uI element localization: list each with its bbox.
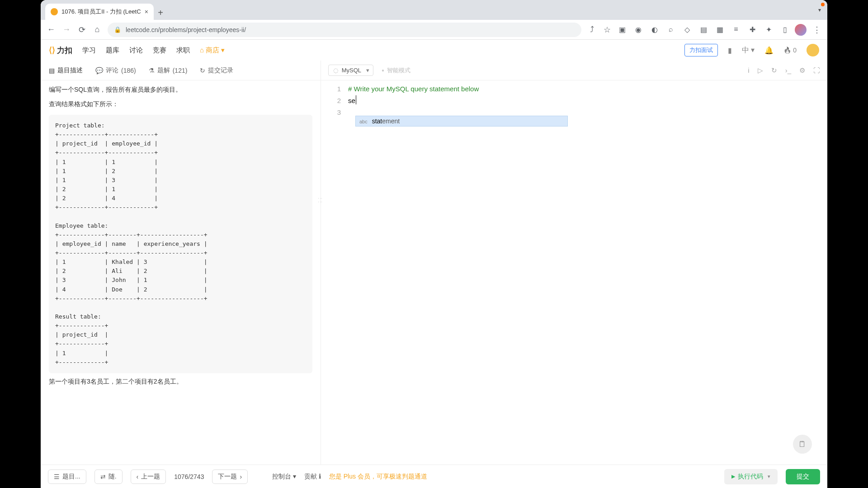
- forward-icon: →: [61, 25, 71, 34]
- database-icon: ◌: [333, 67, 338, 74]
- side-panel-icon[interactable]: ▯: [780, 25, 789, 34]
- pane-splitter[interactable]: ⋮⋮: [318, 196, 323, 203]
- extensions-menu-icon[interactable]: ✦: [764, 25, 773, 34]
- solutions-icon: ⚗: [149, 67, 155, 74]
- example-explanation: 第一个项目有3名员工，第二个项目有2名员工。: [49, 378, 312, 386]
- lock-icon: 🔒: [114, 26, 121, 33]
- info-icon[interactable]: i: [748, 66, 749, 74]
- problem-tabs: ▤ 题目描述 💬 评论 (186) ⚗ 题解 (121) ↻ 提交记录: [41, 61, 321, 80]
- extension-icon[interactable]: ▣: [618, 25, 627, 34]
- description-icon: ▤: [49, 67, 55, 74]
- extension-icon[interactable]: ⌕: [666, 25, 675, 34]
- extension-icon[interactable]: ◐: [650, 25, 659, 34]
- bottom-bar: ☰ 题目... ⇄ 随. ‹ 上一题 1076/2743 下一题 › 控制台 ▾…: [41, 465, 827, 488]
- smart-mode-toggle[interactable]: 智能模式: [382, 66, 410, 75]
- example-tables: Project table: +-------------+----------…: [49, 115, 312, 373]
- plus-message: 您是 Plus 会员，可享极速判题通道: [329, 473, 427, 481]
- note-icon: 🗒: [798, 440, 807, 449]
- line-gutter: 123: [321, 83, 346, 118]
- submit-button[interactable]: 提交: [786, 469, 820, 484]
- extensions-tray: ▣ ◉ ◐ ⌕ ◇ ▤ ▦ ≡ ✚ ✦ ▯: [618, 25, 789, 34]
- extension-icon[interactable]: ≡: [731, 25, 741, 34]
- recording-indicator: [821, 3, 825, 6]
- suggestion-kind: abc: [359, 119, 368, 124]
- tab-comments[interactable]: 💬 评论 (186): [95, 66, 136, 75]
- suggestion-match: stat: [372, 117, 382, 125]
- tabs-dropdown-icon[interactable]: ▾: [818, 7, 821, 13]
- tab-description[interactable]: ▤ 题目描述: [49, 66, 83, 75]
- terminal-icon[interactable]: ›_: [785, 66, 791, 74]
- contribute-link[interactable]: 贡献 ℹ: [304, 473, 321, 481]
- user-avatar[interactable]: [807, 44, 819, 56]
- list-icon: ☰: [54, 473, 60, 480]
- browser-tab[interactable]: 1076. 项目员工II - 力扣 (LeetC ×: [45, 4, 154, 20]
- code-editor[interactable]: 123 # Write your MySQL query statement b…: [321, 80, 827, 488]
- site-header: ⟨⟩ 力扣 学习 题库 讨论 竞赛 求职 商店 ▾ 力扣面试 ▮ 中 ▾ 🔔 0: [41, 40, 827, 61]
- nav-contest[interactable]: 竞赛: [153, 46, 166, 55]
- share-icon[interactable]: ⤴: [587, 25, 597, 34]
- url-bar[interactable]: 🔒 leetcode.cn/problems/project-employees…: [108, 23, 581, 37]
- streak-counter[interactable]: 0: [783, 47, 797, 54]
- bookmark-icon[interactable]: ☆: [602, 25, 612, 35]
- problem-list-button[interactable]: ☰ 题目...: [48, 469, 86, 484]
- run-icon[interactable]: ▷: [758, 66, 763, 75]
- chevron-right-icon: ›: [240, 473, 242, 480]
- next-button[interactable]: 下一题 ›: [212, 469, 248, 484]
- mobile-icon[interactable]: ▮: [728, 46, 732, 55]
- nav-learn[interactable]: 学习: [82, 46, 96, 55]
- profile-avatar[interactable]: [795, 24, 807, 36]
- nav-jobs[interactable]: 求职: [176, 46, 190, 55]
- suggestion-rest: ement: [382, 117, 400, 125]
- settings-icon[interactable]: ⚙: [799, 66, 805, 75]
- nav-discuss[interactable]: 讨论: [129, 46, 143, 55]
- reset-icon[interactable]: ↻: [771, 66, 777, 75]
- tab-solutions[interactable]: ⚗ 题解 (121): [149, 66, 188, 75]
- history-icon: ↻: [200, 67, 205, 74]
- new-tab-button[interactable]: +: [154, 8, 167, 20]
- language-switch[interactable]: 中 ▾: [742, 46, 755, 55]
- nav-problems[interactable]: 题库: [106, 46, 119, 55]
- url-text: leetcode.cn/problems/project-employees-i…: [126, 26, 246, 33]
- fullscreen-icon[interactable]: ⛶: [813, 66, 820, 74]
- run-code-button[interactable]: 执行代码: [724, 469, 778, 484]
- site-logo[interactable]: ⟨⟩ 力扣: [49, 45, 72, 56]
- logo-icon: ⟨⟩: [49, 45, 55, 55]
- back-icon[interactable]: ←: [46, 25, 56, 34]
- format-hint: 查询结果格式如下所示：: [49, 100, 312, 108]
- favicon-icon: [51, 8, 58, 15]
- code-line-3: se: [348, 95, 479, 107]
- tab-title: 1076. 项目员工II - 力扣 (LeetC: [61, 8, 141, 16]
- close-tab-icon[interactable]: ×: [145, 8, 148, 15]
- random-button[interactable]: ⇄ 随.: [94, 469, 123, 484]
- extension-icon[interactable]: ▦: [715, 25, 724, 34]
- interview-button[interactable]: 力扣面试: [684, 44, 718, 56]
- comments-icon: 💬: [95, 67, 103, 74]
- extension-icon[interactable]: ✚: [748, 25, 757, 34]
- extension-icon[interactable]: ◇: [683, 25, 692, 34]
- console-toggle[interactable]: 控制台 ▾: [272, 473, 296, 481]
- text-cursor: [356, 95, 357, 104]
- logo-text: 力扣: [57, 45, 72, 56]
- problem-intro: 编写一个SQL查询，报告所有雇员最多的项目。: [49, 86, 312, 94]
- shuffle-icon: ⇄: [100, 473, 106, 480]
- browser-menu-icon[interactable]: ⋮: [812, 25, 822, 35]
- notes-fab[interactable]: 🗒: [793, 435, 812, 454]
- nav-shop[interactable]: 商店 ▾: [200, 46, 225, 55]
- language-selector[interactable]: ◌ MySQL: [328, 65, 373, 76]
- address-bar: ← → ⟳ ⌂ 🔒 leetcode.cn/problems/project-e…: [41, 20, 827, 40]
- reload-icon[interactable]: ⟳: [77, 25, 87, 35]
- editor-toolbar: ◌ MySQL 智能模式 i ▷ ↻ ›_ ⚙ ⛶: [321, 61, 827, 80]
- chevron-left-icon: ‹: [137, 473, 139, 480]
- extension-icon[interactable]: ◉: [634, 25, 643, 34]
- browser-tabstrip: 1076. 项目员工II - 力扣 (LeetC × + ▾: [41, 0, 827, 20]
- extension-icon[interactable]: ▤: [699, 25, 708, 34]
- pager-text: 1076/2743: [174, 473, 204, 480]
- tab-submissions[interactable]: ↻ 提交记录: [200, 66, 233, 75]
- code-line-1: # Write your MySQL query statement below: [348, 83, 479, 95]
- prev-button[interactable]: ‹ 上一题: [131, 469, 166, 484]
- description-panel: 编写一个SQL查询，报告所有雇员最多的项目。 查询结果格式如下所示： Proje…: [41, 80, 321, 488]
- autocomplete-popup[interactable]: abc statement: [355, 116, 568, 127]
- home-icon[interactable]: ⌂: [92, 25, 102, 34]
- bell-icon[interactable]: 🔔: [764, 46, 774, 55]
